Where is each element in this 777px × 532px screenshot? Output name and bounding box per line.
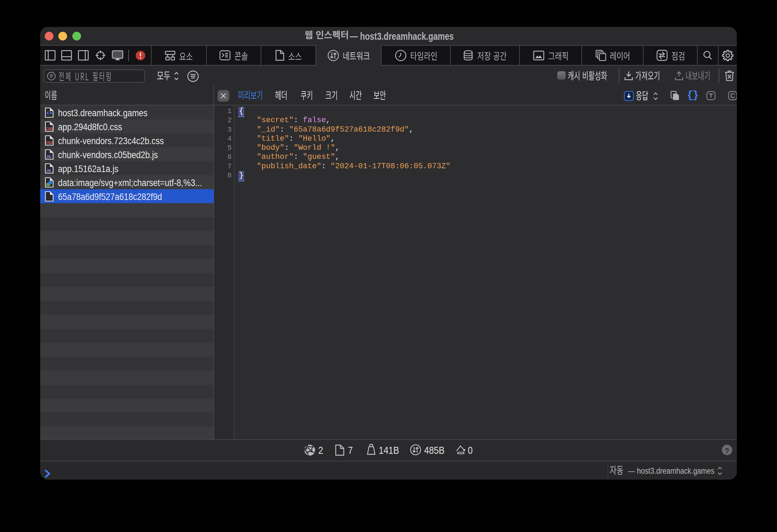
svg-text:CSS: CSS [46, 141, 53, 145]
svg-text:CSS: CSS [46, 127, 53, 131]
svg-text:JS: JS [46, 155, 51, 159]
svg-text:JS: JS [46, 169, 51, 173]
